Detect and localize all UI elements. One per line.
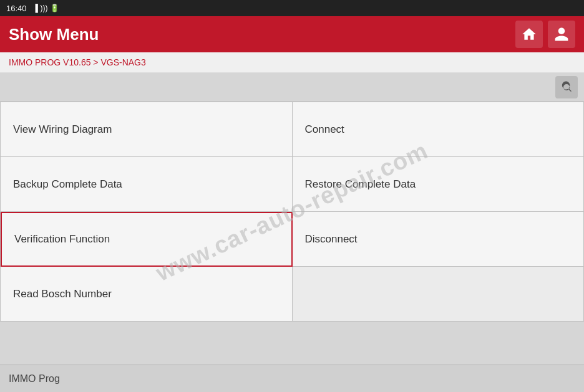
user-icon (553, 26, 570, 42)
menu-item-verification-function[interactable]: Verification Function (1, 212, 293, 267)
breadcrumb: IMMO PROG V10.65 > VGS-NAG3 (0, 52, 584, 73)
menu-item-read-bosch-number[interactable]: Read Bosch Number (1, 267, 293, 322)
menu-grid: View Wiring Diagram Connect Backup Compl… (0, 102, 584, 322)
status-icons: ▐ ))) 🔋 (33, 4, 59, 12)
footer-label: IMMO Prog (9, 373, 60, 385)
menu-item-restore-complete-data[interactable]: Restore Complete Data (293, 157, 585, 212)
toolbar-row (0, 73, 584, 102)
header-title: Show Menu (9, 25, 99, 44)
footer: IMMO Prog (0, 365, 584, 392)
menu-item-empty (293, 267, 585, 322)
home-button[interactable] (515, 21, 543, 48)
home-icon (521, 26, 537, 42)
menu-item-view-wiring-diagram[interactable]: View Wiring Diagram (1, 102, 293, 157)
status-time: 16:40 (6, 4, 27, 13)
breadcrumb-text: IMMO PROG V10.65 > VGS-NAG3 (9, 57, 146, 67)
status-bar: 16:40 ▐ ))) 🔋 (0, 0, 584, 16)
menu-container: www.car-auto-repair.com View Wiring Diag… (0, 102, 584, 322)
search-icon (560, 81, 573, 93)
search-button[interactable] (555, 76, 578, 98)
user-button[interactable] (548, 21, 575, 48)
header-icon-group (515, 21, 575, 48)
menu-item-disconnect[interactable]: Disconnect (293, 212, 585, 267)
menu-item-connect[interactable]: Connect (293, 102, 585, 157)
menu-item-backup-complete-data[interactable]: Backup Complete Data (1, 157, 293, 212)
app-header: Show Menu (0, 16, 584, 52)
